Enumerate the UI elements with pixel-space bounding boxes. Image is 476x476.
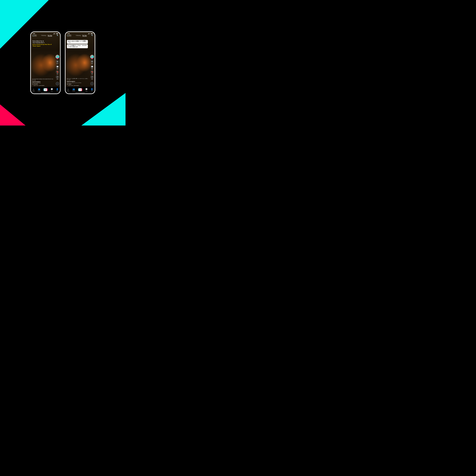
home-icon-right: ⌂ bbox=[68, 88, 69, 90]
wifi-icon-left: ▲ bbox=[55, 33, 56, 34]
username-right[interactable]: @gameandglitch bbox=[67, 81, 89, 82]
bookmark-count-left: 1256 bbox=[56, 74, 58, 74]
me-icon-left: 👤 bbox=[56, 88, 58, 90]
phone-right-screen: 9:41 ▲ 📺 LIVE Followin bbox=[66, 32, 95, 93]
share-icon-left: ↗ bbox=[56, 75, 59, 79]
home-icon-left: ⌂ bbox=[33, 88, 34, 90]
action-buttons-right: + ♥ 25.3K 💬 3456 🔖 1256 ↗ 1256 bbox=[90, 55, 94, 80]
translation-badge-left: A bbox=[34, 80, 35, 81]
bottom-nav-left: ⌂ Home 👥 Friends + 💬 Inbox 👤 bbox=[31, 87, 60, 93]
speech-bubble-2-right: すべての友達グループには、これらのタイプの1つがあります bbox=[67, 44, 88, 48]
bottom-info-right: あなたはいつも非常に騒々しい人がいることを知っています @gameandglit… bbox=[67, 78, 89, 86]
see-translation-left[interactable]: See translation bbox=[32, 84, 54, 85]
inbox-nav-left[interactable]: 💬 Inbox bbox=[51, 88, 53, 91]
wifi-icon-right: ▲ bbox=[90, 33, 90, 34]
search-icon-left[interactable]: 🔍 bbox=[57, 35, 59, 36]
inbox-icon-right: 💬 bbox=[85, 88, 88, 90]
me-nav-right[interactable]: 👤 Me bbox=[91, 88, 93, 91]
avatar-btn-left[interactable]: + bbox=[55, 55, 59, 59]
inbox-nav-right[interactable]: 💬 Inbox bbox=[85, 88, 88, 91]
friends-icon-left: 👥 bbox=[38, 88, 40, 90]
like-btn-right[interactable]: ♥ 25.3K bbox=[90, 60, 94, 64]
avatar-btn-right[interactable]: + bbox=[90, 55, 94, 59]
bottom-info-left: You know there's always some people that… bbox=[32, 78, 54, 86]
share-count-right: 1256 bbox=[91, 79, 93, 80]
friends-icon-right: 👥 bbox=[72, 88, 75, 90]
status-bar-left: 9:41 ▲ bbox=[31, 32, 60, 35]
live-badge-left[interactable]: 📺 LIVE bbox=[32, 35, 37, 36]
for-you-tab-left[interactable]: For You bbox=[48, 35, 52, 36]
add-plus-icon-right: + bbox=[80, 89, 81, 91]
for-you-tab-right[interactable]: For You bbox=[82, 35, 87, 36]
time-left: 9:41 bbox=[33, 33, 35, 34]
comment-btn-right[interactable]: 💬 3456 bbox=[90, 65, 94, 69]
sound-info-right: ♫ original sound - gameandglitch bbox=[67, 85, 89, 86]
home-indicator-right bbox=[75, 93, 85, 93]
me-icon-right: 👤 bbox=[91, 88, 93, 90]
friends-nav-left[interactable]: 👥 Friends bbox=[38, 88, 40, 91]
heart-icon-left: ♥ bbox=[56, 60, 59, 63]
avatar-right: + bbox=[90, 55, 94, 59]
like-count-left: 25.3K bbox=[56, 63, 59, 64]
comment-count-right: 3456 bbox=[91, 68, 93, 69]
caption-right: あなたはいつも非常に騒々しい人がいることを知っています bbox=[67, 78, 89, 81]
status-icons-left: ▲ bbox=[53, 33, 58, 34]
time-right: 9:41 bbox=[68, 33, 70, 34]
heart-icon-right: ♥ bbox=[90, 60, 94, 63]
home-nav-left[interactable]: ⌂ Home bbox=[33, 88, 35, 91]
home-indicator-left bbox=[41, 93, 50, 93]
battery-icon-right bbox=[91, 33, 93, 34]
nav-tabs-right: Following For You bbox=[76, 35, 87, 36]
music-note-right: ♫ bbox=[67, 85, 68, 86]
status-bar-right: 9:41 ▲ bbox=[66, 32, 95, 35]
phone-right: 9:41 ▲ 📺 LIVE Followin bbox=[65, 31, 95, 94]
plus-badge-left: + bbox=[57, 58, 58, 59]
top-nav-left: 📺 LIVE Following For You 🔍 bbox=[31, 35, 60, 36]
bg-cyan-bottom bbox=[81, 93, 125, 125]
following-tab-left[interactable]: Following bbox=[41, 35, 46, 36]
speech-bubbles-right: あなたとあなたの友達についての事実パート1 すべての友達グループには、これらのタ… bbox=[67, 40, 88, 49]
add-btn-right[interactable]: + bbox=[78, 88, 82, 91]
bookmark-count-right: 1256 bbox=[91, 74, 93, 74]
inbox-icon-left: 💬 bbox=[51, 88, 53, 90]
username-left[interactable]: @gameandglitch bbox=[32, 81, 54, 82]
tagline-right: それはあなたの手の中にありますTikTok bbox=[67, 82, 89, 84]
bottom-nav-right: ⌂ Home 👥 Friends + 💬 Inbox 👤 bbox=[66, 87, 95, 93]
add-nav-left[interactable]: + bbox=[43, 88, 48, 91]
bookmark-btn-right[interactable]: 🔖 1256 bbox=[90, 70, 94, 74]
comment-btn-left[interactable]: 💬 3456 bbox=[56, 65, 59, 69]
signal-icon-right bbox=[88, 33, 89, 34]
video-text-left: Facts About You & Your Friends Part 1: E… bbox=[33, 40, 53, 47]
share-btn-right[interactable]: ↗ 1256 bbox=[90, 75, 94, 80]
video-highlight-left: Every Friend Group Has One of These Type… bbox=[33, 44, 53, 47]
tagline-left: It's in your hands TikTok bbox=[32, 83, 54, 84]
signal-icon-left bbox=[53, 33, 55, 34]
video-line2-left: Your Friends Part 1: bbox=[33, 42, 53, 43]
search-icon-right[interactable]: 🔍 bbox=[91, 35, 93, 36]
record-icon-right bbox=[90, 82, 94, 85]
friends-nav-right[interactable]: 👥 Friends bbox=[72, 88, 75, 91]
bookmark-btn-left[interactable]: 🔖 1256 bbox=[56, 70, 59, 74]
share-btn-left[interactable]: ↗ 1256 bbox=[56, 75, 59, 80]
phone-left-screen: 9:41 ▲ 📺 LIVE Followin bbox=[31, 32, 60, 93]
music-note-left: ♫ bbox=[32, 85, 33, 86]
tv-icon-right: 📺 bbox=[68, 35, 68, 36]
me-nav-left[interactable]: 👤 Me bbox=[56, 88, 58, 91]
home-nav-right[interactable]: ⌂ Home bbox=[67, 88, 69, 91]
battery-icon-left bbox=[56, 33, 58, 34]
following-tab-right[interactable]: Following bbox=[76, 35, 81, 36]
add-nav-right[interactable]: + bbox=[78, 88, 82, 91]
caption-left: You know there's always some people that… bbox=[32, 78, 54, 81]
like-count-right: 25.3K bbox=[91, 63, 93, 64]
add-btn-left[interactable]: + bbox=[43, 88, 48, 91]
phone-left: 9:41 ▲ 📺 LIVE Followin bbox=[30, 31, 61, 94]
nav-tabs-left: Following For You bbox=[41, 35, 52, 36]
bg-pink bbox=[0, 95, 26, 125]
tv-icon-left: 📺 bbox=[33, 35, 34, 36]
live-badge-right[interactable]: 📺 LIVE bbox=[67, 35, 71, 36]
like-btn-left[interactable]: ♥ 25.3K bbox=[56, 60, 59, 64]
see-original-right[interactable]: See original bbox=[67, 84, 89, 85]
status-icons-right: ▲ bbox=[88, 33, 93, 34]
comment-count-left: 3456 bbox=[56, 68, 58, 69]
record-icon-left bbox=[56, 82, 59, 85]
